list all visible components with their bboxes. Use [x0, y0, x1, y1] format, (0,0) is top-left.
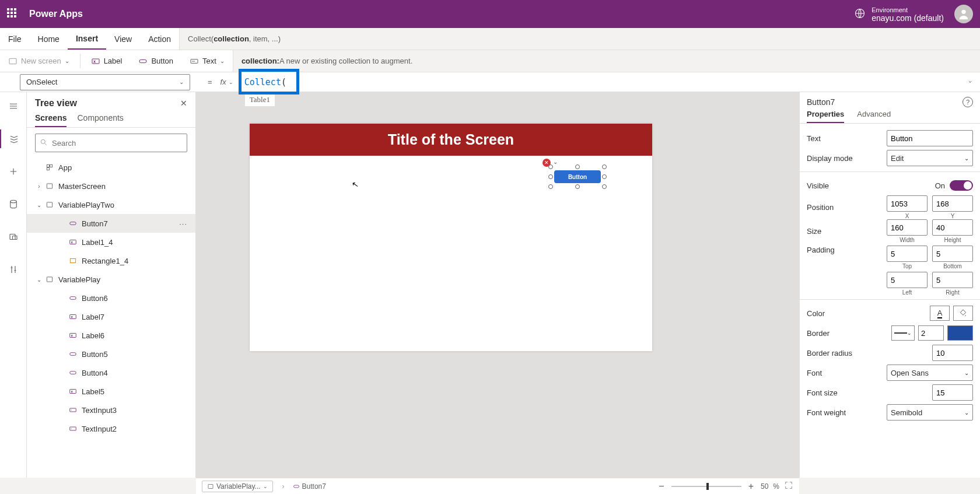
- prop-pad-left-input[interactable]: [887, 272, 928, 288]
- prop-pad-right-input[interactable]: [932, 272, 973, 288]
- svg-point-6: [10, 200, 16, 203]
- canvas-screen[interactable]: Title of the Screen Button ✕ ⌄ ↖: [250, 124, 652, 351]
- chevron-down-icon: ⌄: [179, 79, 184, 85]
- menu-view[interactable]: View: [106, 28, 140, 50]
- prop-label-border-radius: Border radius: [807, 349, 932, 358]
- tab-properties[interactable]: Properties: [807, 110, 844, 123]
- user-avatar[interactable]: [954, 5, 973, 23]
- insert-rail-icon[interactable]: [0, 162, 27, 181]
- insert-text-button[interactable]: Text ⌄: [181, 50, 233, 72]
- help-icon[interactable]: ?: [963, 97, 973, 107]
- prop-pos-x-input[interactable]: [887, 195, 928, 212]
- tree-item-variableplaytwo[interactable]: ⌄VariablePlayTwo: [27, 195, 195, 214]
- tree-item-button4[interactable]: Button4: [27, 363, 195, 382]
- expand-icon[interactable]: ›: [35, 183, 43, 190]
- prop-font-color-picker[interactable]: A: [930, 306, 950, 321]
- menu-insert[interactable]: Insert: [68, 28, 106, 50]
- expand-icon[interactable]: ⌄: [35, 276, 43, 283]
- prop-label-padding: Padding: [807, 246, 887, 254]
- tools-rail-icon[interactable]: [0, 260, 27, 279]
- tab-components[interactable]: Components: [77, 113, 123, 127]
- svg-rect-4: [139, 59, 146, 62]
- chevron-down-icon[interactable]: ⌄: [553, 159, 558, 165]
- expand-icon[interactable]: ⌄: [35, 202, 43, 208]
- zoom-slider[interactable]: [671, 486, 741, 487]
- prop-height-input[interactable]: [932, 219, 973, 236]
- prop-fill-color-picker[interactable]: [953, 306, 973, 321]
- menu-file[interactable]: File: [0, 28, 30, 50]
- menu-home[interactable]: Home: [30, 28, 68, 50]
- tree-item-textinput2[interactable]: TextInput2: [27, 419, 195, 438]
- close-icon[interactable]: ✕: [180, 99, 187, 108]
- tree-item-masterscreen[interactable]: ›MasterScreen: [27, 177, 195, 195]
- prop-pad-bottom-input[interactable]: [932, 246, 973, 262]
- tree-item-label1_4[interactable]: Label1_4: [27, 233, 195, 251]
- svg-point-9: [41, 139, 45, 143]
- breadcrumb-screen[interactable]: VariablePlay... ⌄: [202, 481, 273, 492]
- prop-font-size-input[interactable]: [932, 384, 973, 401]
- intellisense-signature: Collect(collection, item, ...): [179, 28, 980, 50]
- zoom-out-button[interactable]: −: [656, 481, 666, 492]
- prop-font-weight-select[interactable]: Semibold⌄: [887, 404, 973, 421]
- tree-item-variableplay[interactable]: ⌄VariablePlay: [27, 270, 195, 289]
- tree-item-rectangle1_4[interactable]: Rectangle1_4: [27, 251, 195, 270]
- svg-rect-16: [70, 240, 76, 244]
- chevron-down-icon[interactable]: ⌄: [229, 79, 239, 85]
- tree-item-button7[interactable]: Button7···: [27, 214, 195, 233]
- canvas-area[interactable]: Title of the Screen Button ✕ ⌄ ↖: [196, 92, 799, 478]
- screen-icon: [44, 181, 55, 191]
- chevron-down-icon[interactable]: ⌄: [968, 77, 972, 83]
- tree-search-input[interactable]: [35, 134, 187, 152]
- prop-font-select[interactable]: Open Sans⌄: [887, 365, 973, 381]
- new-screen-button[interactable]: New screen ⌄: [0, 50, 78, 72]
- zoom-in-button[interactable]: +: [746, 481, 756, 492]
- insert-button-button[interactable]: Button: [130, 50, 181, 72]
- insert-label-button[interactable]: Label: [83, 50, 131, 72]
- tab-advanced[interactable]: Advanced: [857, 110, 891, 123]
- svg-rect-12: [47, 168, 49, 170]
- breadcrumb-control[interactable]: Button7: [288, 481, 331, 492]
- prop-border-color-picker[interactable]: [947, 325, 973, 341]
- label-icon: [68, 386, 78, 397]
- tree-item-button6[interactable]: Button6: [27, 289, 195, 307]
- media-rail-icon[interactable]: [0, 227, 27, 246]
- hamburger-icon[interactable]: [0, 97, 27, 115]
- property-picker[interactable]: OnSelect ⌄: [20, 74, 190, 90]
- tree-item-label5[interactable]: Label5: [27, 382, 195, 401]
- menu-action[interactable]: Action: [140, 28, 179, 50]
- app-title: Power Apps: [29, 9, 854, 19]
- prop-border-width-input[interactable]: [918, 325, 944, 341]
- prop-pad-top-input[interactable]: [887, 246, 928, 262]
- canvas-button7[interactable]: Button: [554, 170, 601, 183]
- tree-item-label: Label5: [82, 387, 104, 396]
- prop-width-input[interactable]: [887, 219, 928, 236]
- environment-value: enayu.com (default): [872, 14, 944, 22]
- svg-rect-22: [70, 353, 76, 356]
- prop-pos-y-input[interactable]: [932, 195, 973, 212]
- prop-visible-toggle[interactable]: [950, 180, 973, 191]
- tab-screens[interactable]: Screens: [35, 113, 66, 127]
- selection-delete-icon[interactable]: ✕: [542, 159, 551, 167]
- data-rail-icon[interactable]: [0, 195, 27, 213]
- formula-bar: OnSelect ⌄ = fx ⌄ Collect( Table1 ⌄: [0, 72, 980, 92]
- formula-input[interactable]: Collect( Table1 ⌄: [239, 72, 980, 92]
- canvas-title-rectangle[interactable]: Title of the Screen: [250, 124, 652, 156]
- prop-displaymode-select[interactable]: Edit⌄: [887, 150, 973, 166]
- app-launcher-icon[interactable]: [7, 8, 19, 20]
- autocomplete-suggestion[interactable]: Table1: [244, 93, 275, 107]
- prop-label-font-weight: Font weight: [807, 408, 887, 417]
- tree-item-label7[interactable]: Label7: [27, 307, 195, 326]
- tree-item-app[interactable]: App: [27, 158, 195, 177]
- tree-view-icon[interactable]: [0, 129, 27, 148]
- fit-to-screen-icon[interactable]: [784, 481, 793, 492]
- environment-picker[interactable]: Environment enayu.com (default): [854, 6, 944, 22]
- tree-item-button5[interactable]: Button5: [27, 345, 195, 363]
- prop-border-radius-input[interactable]: [932, 345, 973, 361]
- more-icon[interactable]: ···: [179, 219, 187, 228]
- tree-item-label6[interactable]: Label6: [27, 326, 195, 345]
- prop-text-input[interactable]: [887, 130, 973, 146]
- svg-rect-8: [12, 236, 17, 240]
- tree-item-label: TextInput3: [82, 406, 117, 415]
- tree-item-textinput3[interactable]: TextInput3: [27, 401, 195, 419]
- prop-border-style-select[interactable]: ⌄: [891, 325, 915, 341]
